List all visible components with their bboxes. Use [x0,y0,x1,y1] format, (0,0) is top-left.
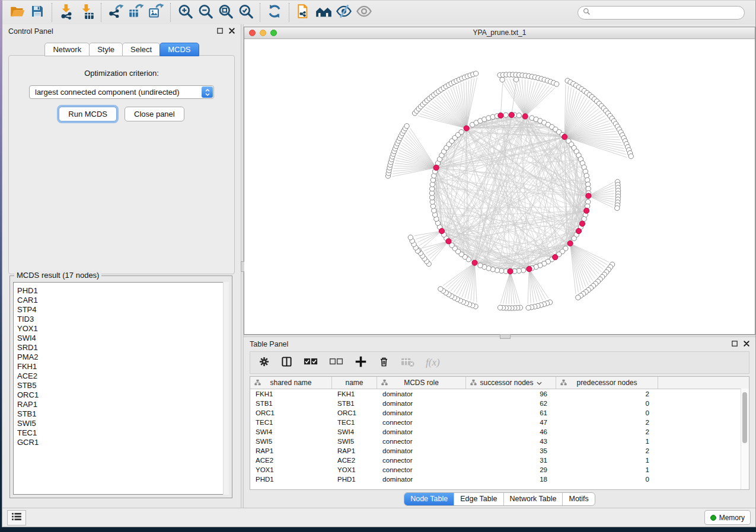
close-window-icon[interactable] [249,30,256,36]
tab-select[interactable]: Select [122,43,160,56]
table-row[interactable]: RAP1RAP1dominator352 [250,446,749,456]
table-cell[interactable]: 0 [556,475,658,484]
close-panel-button[interactable]: Close panel [125,107,184,121]
memory-button[interactable]: Memory [704,510,751,525]
table-cell[interactable]: 47 [466,418,556,427]
close-table-panel-icon[interactable] [744,340,749,348]
mcds-result-item[interactable]: ORC1 [17,390,228,400]
mcds-result-item[interactable]: STB5 [17,381,228,390]
table-scrollbar[interactable] [741,389,749,489]
duplicate-network-button[interactable] [294,3,314,22]
first-neighbors-button[interactable] [314,3,334,22]
export-image-button[interactable] [146,3,166,22]
mcds-result-item[interactable]: PMA2 [17,352,228,362]
mcds-result-item[interactable]: SWI5 [17,419,228,428]
refresh-view-button[interactable] [264,3,285,22]
minimize-window-icon[interactable] [260,30,266,36]
table-settings-button[interactable] [259,356,270,370]
mcds-result-item[interactable]: YOX1 [17,324,228,334]
mcds-result-item[interactable]: TID3 [17,315,228,324]
table-row[interactable]: ORC1ORC1dominator610 [250,408,749,418]
mcds-result-item[interactable]: ACE2 [17,371,228,381]
run-mcds-button[interactable]: Run MCDS [59,107,117,121]
tab-mcds[interactable]: MCDS [160,43,199,56]
table-cell[interactable]: connector [377,456,466,465]
mcds-result-item[interactable]: SWI4 [17,334,228,343]
column-header-name[interactable]: name [332,377,377,389]
save-session-button[interactable] [27,3,47,22]
mcds-result-list[interactable]: PHD1CAR1STP4TID3YOX1SWI4SRD1PMA2FKH1ACE2… [13,282,229,495]
table-row[interactable]: TEC1TEC1connector472 [250,418,749,427]
tab-node-table[interactable]: Node Table [404,493,454,505]
add-column-button[interactable] [355,355,367,370]
table-cell[interactable]: YOX1 [332,465,377,475]
horizontal-splitter[interactable] [244,335,755,337]
tab-motifs[interactable]: Motifs [563,493,594,505]
import-table-button[interactable] [76,3,97,22]
table-cell[interactable]: ORC1 [332,408,377,418]
table-cell[interactable]: 61 [466,408,556,418]
search-box[interactable] [578,6,745,20]
table-cell[interactable]: ACE2 [332,456,377,465]
hide-selected-button[interactable] [334,3,354,22]
table-row[interactable]: SWI5SWI5connector431 [250,437,749,446]
table-cell[interactable]: 2 [556,389,658,399]
table-cell[interactable]: TEC1 [332,418,377,427]
table-row[interactable]: PHD1PHD1dominator180 [250,475,749,484]
table-cell[interactable]: dominator [377,399,466,408]
horizontal-splitter-grip[interactable] [500,334,511,339]
table-cell[interactable]: ORC1 [250,408,332,418]
split-columns-button[interactable] [281,356,292,370]
optimization-select[interactable]: largest connected component (undirected) [29,85,214,99]
close-panel-icon[interactable] [229,27,235,36]
table-row[interactable]: STB1STB1dominator620 [250,399,749,408]
zoom-fit-button[interactable] [215,3,235,22]
column-header-successor-nodes[interactable]: successor nodes [466,377,556,389]
export-network-button[interactable] [106,3,126,22]
float-panel-icon[interactable] [217,27,223,36]
mcds-result-item[interactable]: PHD1 [17,286,228,296]
zoom-out-button[interactable] [195,3,215,22]
table-cell[interactable]: 18 [466,475,556,484]
vertical-splitter[interactable] [241,24,244,508]
table-cell[interactable]: 35 [466,446,556,456]
zoom-in-button[interactable] [175,3,195,22]
column-header-shared-name[interactable]: shared name [250,377,332,389]
tab-network-table[interactable]: Network Table [504,493,563,505]
table-cell[interactable]: TEC1 [250,418,332,427]
table-cell[interactable]: RAP1 [332,446,377,456]
zoom-selected-button[interactable] [235,3,256,22]
export-table-button[interactable] [126,3,146,22]
table-cell[interactable]: SWI5 [332,437,377,446]
table-cell[interactable]: ACE2 [250,456,332,465]
mcds-result-item[interactable]: STP4 [17,305,228,315]
mcds-result-item[interactable]: CAR1 [17,296,228,305]
table-cell[interactable]: STB1 [332,399,377,408]
table-cell[interactable]: 2 [556,446,658,456]
search-input[interactable] [594,8,744,17]
table-cell[interactable]: 96 [466,389,556,399]
table-cell[interactable]: connector [377,437,466,446]
mcds-result-item[interactable]: TEC1 [17,428,228,438]
column-header-MCDS-role[interactable]: MCDS role [377,377,466,389]
table-cell[interactable]: FKH1 [250,389,332,399]
import-network-button[interactable] [56,3,76,22]
folder-open-button[interactable] [7,3,27,22]
table-cell[interactable]: dominator [377,389,466,399]
float-table-panel-icon[interactable] [732,340,738,348]
mcds-result-item[interactable]: RAP1 [17,400,228,409]
tab-network[interactable]: Network [44,43,90,56]
table-cell[interactable]: RAP1 [250,446,332,456]
table-row[interactable]: SWI4SWI4dominator462 [250,427,749,437]
table-cell[interactable]: dominator [377,475,466,484]
table-scrollbar-thumb[interactable] [742,392,747,443]
table-cell[interactable]: PHD1 [332,475,377,484]
table-row[interactable]: YOX1YOX1connector291 [250,465,749,475]
table-cell[interactable]: SWI4 [332,427,377,437]
tab-edge-table[interactable]: Edge Table [454,493,503,505]
maximize-window-icon[interactable] [270,30,277,36]
mcds-result-item[interactable]: SRD1 [17,343,228,352]
table-row[interactable]: ACE2ACE2connector311 [250,456,749,465]
table-cell[interactable]: 62 [466,399,556,408]
table-cell[interactable]: YOX1 [250,465,332,475]
